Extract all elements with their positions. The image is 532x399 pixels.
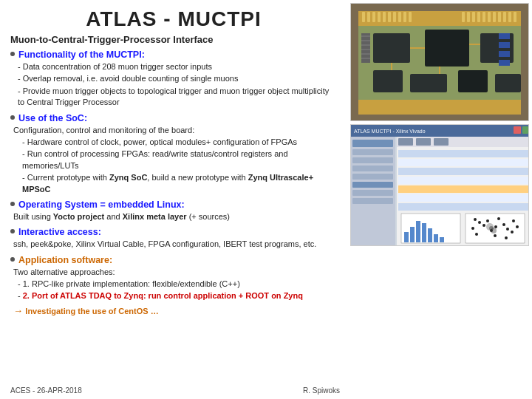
- svg-point-83: [478, 221, 481, 224]
- svg-rect-7: [373, 70, 403, 92]
- svg-rect-75: [410, 227, 415, 242]
- svg-rect-35: [514, 12, 516, 22]
- bullet-dot-4: [10, 229, 15, 233]
- appsoftware-bullet-1: 1. RPC-like private implementation: flex…: [18, 279, 337, 290]
- svg-rect-58: [352, 182, 393, 188]
- svg-rect-21: [393, 12, 396, 22]
- svg-rect-38: [499, 51, 510, 57]
- svg-rect-15: [362, 12, 365, 22]
- bullet-dot-2: [10, 115, 15, 120]
- bullet-dot-3: [10, 202, 15, 206]
- svg-point-82: [474, 218, 477, 221]
- footer-left: ACES - 26-APR-2018: [10, 386, 82, 395]
- svg-rect-64: [416, 138, 431, 146]
- svg-rect-33: [503, 12, 506, 22]
- pcb-photo: [350, 3, 529, 121]
- soc-bullet-1: Hardware control of clock, power, optica…: [22, 137, 337, 148]
- appsoftware-bullet-2-text: 2. Port of ATLAS TDAQ to Zynq: run contr…: [23, 291, 303, 300]
- svg-text:ATLAS MUCTPI - Xilinx Vivado: ATLAS MUCTPI - Xilinx Vivado: [354, 129, 426, 134]
- soc-bullet-2: Run control of processing FPGAs: read/wr…: [22, 149, 337, 171]
- svg-rect-79: [434, 234, 438, 242]
- footer-right: R. Spiwoks: [303, 386, 340, 395]
- svg-rect-32: [498, 12, 501, 22]
- svg-point-90: [502, 223, 505, 226]
- right-panel: ATLAS MUCTPI - Xilinx Vivado: [347, 0, 532, 399]
- svg-point-92: [512, 219, 515, 222]
- svg-point-97: [505, 236, 508, 239]
- svg-rect-29: [482, 12, 485, 22]
- svg-point-85: [482, 224, 485, 227]
- svg-rect-77: [422, 223, 426, 242]
- section-appsoftware: Application software:: [10, 255, 337, 265]
- svg-rect-59: [352, 190, 393, 196]
- svg-rect-66: [398, 150, 528, 157]
- svg-rect-16: [367, 12, 370, 22]
- svg-rect-53: [352, 140, 393, 147]
- heading-appsoftware: Application software:: [18, 255, 112, 265]
- svg-rect-69: [398, 177, 528, 184]
- svg-rect-67: [398, 159, 528, 166]
- page-title: ATLAS - MUCTPI: [10, 7, 337, 31]
- section-functionality: Functionality of the MUCTPI:: [10, 50, 337, 60]
- svg-rect-30: [488, 12, 491, 22]
- soc-bullet-3: Current prototype with Zynq SoC, build a…: [22, 172, 337, 195]
- appsoftware-intro: Two alternative approaches:: [13, 267, 337, 278]
- svg-rect-19: [383, 12, 386, 22]
- arrow-section: → Investigating the use of CentOS …: [13, 305, 337, 316]
- os-intro: Built using Yocto project and Xilinx met…: [13, 211, 337, 222]
- svg-rect-8: [410, 74, 447, 92]
- svg-rect-80: [440, 237, 444, 242]
- svg-rect-9: [458, 70, 488, 92]
- section-interactive: Interactive access:: [10, 227, 337, 237]
- left-panel: ATLAS - MUCTPI Muon-to-Central-Trigger-P…: [0, 0, 347, 399]
- heading-soc: Use of the SoC:: [18, 113, 87, 123]
- svg-rect-70: [398, 185, 528, 193]
- appsoftware-bullet-2: 2. Port of ATLAS TDAQ to Zynq: run contr…: [18, 290, 337, 301]
- bullet-functionality-3: Provide muon trigger objects to topologi…: [18, 86, 337, 109]
- pcb-svg: [351, 4, 529, 121]
- svg-point-93: [511, 231, 514, 233]
- svg-rect-57: [352, 174, 393, 180]
- svg-rect-68: [398, 168, 528, 175]
- svg-rect-50: [514, 126, 521, 134]
- svg-rect-22: [398, 12, 401, 22]
- interactive-intro: ssh, peek&poke, Xilinx Virtual Cable, FP…: [13, 239, 337, 250]
- svg-rect-51: [522, 126, 528, 134]
- svg-rect-10: [495, 74, 521, 92]
- svg-rect-39: [499, 60, 510, 66]
- svg-rect-28: [477, 12, 480, 22]
- svg-point-95: [475, 233, 478, 236]
- svg-rect-60: [352, 198, 393, 204]
- svg-rect-74: [404, 232, 409, 242]
- svg-rect-34: [508, 12, 511, 22]
- svg-rect-23: [403, 12, 406, 22]
- svg-point-100: [486, 223, 494, 231]
- svg-point-91: [506, 228, 509, 231]
- svg-rect-71: [398, 194, 528, 202]
- svg-rect-4: [373, 33, 410, 63]
- svg-rect-24: [409, 12, 412, 22]
- bullet-functionality-1: Data concentration of 208 muon trigger s…: [18, 61, 337, 72]
- svg-rect-20: [388, 12, 391, 22]
- svg-point-84: [471, 227, 474, 230]
- svg-rect-56: [352, 166, 393, 171]
- svg-rect-63: [398, 138, 413, 146]
- heading-functionality: Functionality of the MUCTPI:: [18, 50, 145, 60]
- svg-rect-65: [434, 138, 449, 146]
- svg-rect-55: [352, 157, 393, 163]
- svg-rect-76: [416, 221, 420, 242]
- svg-rect-27: [472, 12, 475, 22]
- svg-rect-17: [372, 12, 375, 22]
- svg-point-89: [497, 217, 500, 220]
- svg-rect-5: [425, 30, 469, 66]
- svg-point-94: [516, 225, 519, 228]
- svg-point-86: [486, 219, 489, 222]
- soc-intro: Configuration, control and monitoring of…: [13, 125, 337, 136]
- heading-os: Operating System = embedded Linux:: [18, 200, 185, 210]
- software-screenshot: ATLAS MUCTPI - Xilinx Vivado: [350, 124, 529, 246]
- section-os: Operating System = embedded Linux:: [10, 200, 337, 210]
- svg-rect-18: [378, 12, 381, 22]
- heading-interactive: Interactive access:: [18, 227, 101, 237]
- arrow-text: Investigating the use of CentOS …: [25, 307, 158, 316]
- svg-rect-36: [499, 33, 510, 39]
